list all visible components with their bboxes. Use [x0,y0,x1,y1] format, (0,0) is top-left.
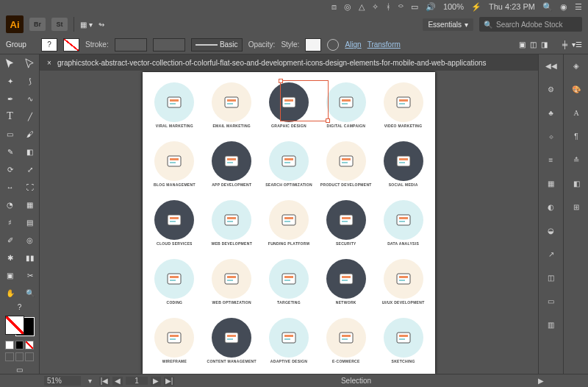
brush-definition-dropdown[interactable]: Basic [191,38,243,52]
artwork-icon-21[interactable]: CONTENT MANAGEMENT [204,313,259,369]
artwork-icon-23[interactable]: E-COMMERCE [318,313,373,369]
stroke-swatch[interactable] [63,38,79,52]
artwork-icon-15[interactable]: CODING [147,254,202,310]
artwork-icon-7[interactable]: SEARCH OPTIMIZATION [262,135,317,192]
graph-tool-icon[interactable]: ▮▮ [20,249,40,266]
transform-panel-link[interactable]: Transform [368,40,401,49]
direct-selection-tool-icon[interactable] [20,54,40,72]
stroke-profile-dropdown[interactable] [153,38,185,52]
artwork-icon-22[interactable]: ADAPTIVE DESIGN [262,313,317,369]
artwork-icon-24[interactable]: SKETCHING [376,313,431,369]
draw-mode-buttons[interactable] [5,352,34,361]
stock-button[interactable]: St [51,18,68,31]
tool-help-icon[interactable]: ? [0,303,39,311]
zoom-dropdown-icon[interactable]: ▾ [88,377,92,385]
search-stock-field[interactable]: 🔍Search Adobe Stock [479,17,582,32]
blend-tool-icon[interactable]: ◎ [20,231,40,249]
artboard-number[interactable]: 1 [126,377,148,385]
spotlight-icon[interactable]: 🔍 [542,2,553,12]
artwork-icon-10[interactable]: CLOUD SERVICES [147,194,202,251]
transform-panel-icon2[interactable]: ⊞ [569,200,584,213]
volume-icon[interactable]: 🔊 [426,2,436,12]
eyedropper-tool-icon[interactable]: ✐ [0,231,20,249]
magic-wand-tool-icon[interactable]: ✦ [0,72,20,90]
creative-cloud-icon[interactable]: ◎ [344,2,351,12]
artwork-icon-18[interactable]: NETWORK [318,254,373,310]
wifi-icon[interactable]: ⌔ [398,2,404,11]
line-tool-icon[interactable]: ╱ [20,107,40,125]
last-artboard-icon[interactable]: ▶| [164,377,174,386]
paragraph-panel-icon[interactable]: ¶ [569,129,584,143]
artwork-icon-4[interactable]: VIDEO MARKETING [376,77,431,133]
artwork-icon-8[interactable]: PRODUCT DEVELOPMENT [318,135,373,192]
first-artboard-icon[interactable]: |◀ [99,377,110,386]
artboard-tool-icon[interactable]: ▣ [0,266,20,284]
google-drive-icon[interactable]: △ [359,2,365,12]
scale-tool-icon[interactable]: ⤢ [20,160,40,178]
color-mode-buttons[interactable] [5,341,34,349]
display-icon[interactable]: ▭ [411,2,418,12]
character-panel-icon[interactable]: A [569,106,584,119]
artwork-icon-17[interactable]: TARGETING [262,254,317,310]
artwork-icon-20[interactable]: WIREFRAME [147,313,202,369]
artboards-panel-icon[interactable]: ▭ [544,294,559,308]
arrange-docs-icon[interactable]: ▦ ▾ [80,21,93,29]
libraries-panel-icon[interactable]: ◈ [569,59,584,72]
fill-swatch[interactable]: ? [41,38,57,52]
brushes-panel-icon[interactable]: ♣ [544,106,559,119]
battery-icon[interactable]: ⚡ [471,2,481,12]
lasso-tool-icon[interactable]: ⟆ [20,72,40,90]
dropbox-icon[interactable]: ⧈ [331,2,337,12]
paintbrush-tool-icon[interactable]: 🖌 [20,125,40,143]
graphic-style-swatch[interactable] [305,38,321,52]
stroke-weight-dropdown[interactable] [115,38,147,52]
bridge-button[interactable]: Br [29,18,46,31]
screen-mode-icon[interactable]: ▭ [0,366,39,374]
zoom-tool-icon[interactable]: 🔍 [20,284,40,302]
align-to-icon[interactable]: ╪ [562,40,567,49]
slice-tool-icon[interactable]: ✂ [20,266,40,284]
edit-clip-icon[interactable]: ◫ [530,40,537,49]
bluetooth-icon[interactable]: ᚼ [386,2,391,11]
isolate-icon[interactable]: ▣ [519,40,526,49]
close-document-icon[interactable]: × [46,59,53,67]
eraser-tool-icon[interactable]: ◧ [20,143,40,160]
artwork-icon-2[interactable]: GRAPHIC DESIGN [262,77,317,133]
siri-icon[interactable]: ◉ [560,2,567,12]
prev-artboard-icon[interactable]: ◀ [112,377,123,386]
fill-stroke-control[interactable] [5,316,35,336]
stroke-panel-icon[interactable]: ≡ [544,153,559,166]
asset-export-panel-icon[interactable]: ▥ [544,318,559,331]
shape-builder-tool-icon[interactable]: ◔ [0,196,20,213]
artwork-icon-14[interactable]: DATA ANALYSIS [376,194,431,251]
curvature-tool-icon[interactable]: ∿ [20,90,40,107]
artwork-icon-6[interactable]: APP DEVELOPMENT [204,135,259,192]
canvas-area[interactable]: VIRAL MARKETINGEMAIL MARKETINGGRAPHIC DE… [40,71,538,374]
appearance-panel-icon[interactable]: ◒ [544,224,559,237]
align-panel-link[interactable]: Align [345,40,361,49]
hand-tool-icon[interactable]: ✋ [0,284,20,302]
brush-icon[interactable]: ↬ [98,21,104,29]
artwork-icon-16[interactable]: WEB OPTIMIZATION [204,254,259,310]
transparency-panel-icon[interactable]: ◐ [544,200,559,213]
artwork-icon-13[interactable]: SECURITY [318,194,373,251]
rectangle-tool-icon[interactable]: ▭ [0,125,20,143]
color-panel-icon[interactable]: 🎨 [569,82,584,96]
options-icon[interactable]: ▾☰ [572,40,582,49]
document-tab[interactable]: graphicstock-abstract-vector-collection-… [57,59,487,67]
sync-icon[interactable]: ✧ [372,2,379,12]
perspective-tool-icon[interactable]: ▦ [20,196,40,213]
artboard[interactable]: VIRAL MARKETINGEMAIL MARKETINGGRAPHIC DE… [143,72,435,374]
layers-panel-icon[interactable]: ◫ [544,271,559,284]
type-tool-icon[interactable]: T [0,107,20,125]
clock[interactable]: Thu 4:23 PM [489,2,535,11]
width-tool-icon[interactable]: ↔ [0,178,20,196]
symbol-sprayer-tool-icon[interactable]: ✱ [0,249,20,266]
graphic-styles-panel-icon[interactable]: ↗ [544,247,559,260]
artwork-icon-0[interactable]: VIRAL MARKETING [147,77,202,133]
swatches-panel-icon[interactable]: ▦ [544,177,559,190]
selection-tool-icon[interactable] [0,54,20,72]
artwork-icon-5[interactable]: BLOG MANAGEMENT [147,135,202,192]
pen-tool-icon[interactable]: ✒ [0,90,20,107]
battery-percent[interactable]: 100% [443,2,464,11]
